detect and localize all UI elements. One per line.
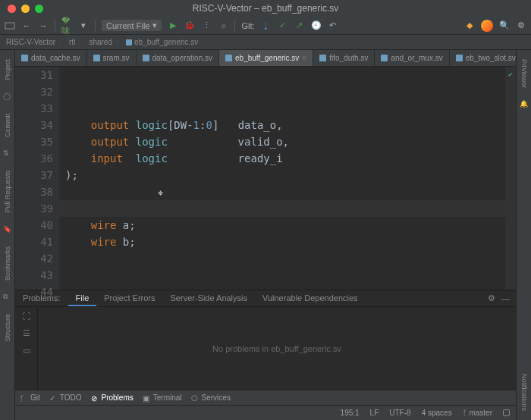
code-area[interactable]: output logic[DW-1:0] data_o, output logi… (59, 67, 505, 290)
code-line[interactable]: output logic valid_o, (59, 133, 505, 150)
back-icon[interactable]: ← (21, 20, 32, 31)
code-line[interactable]: ); (59, 167, 505, 183)
code-line[interactable] (59, 250, 505, 267)
breadcrumb-item[interactable]: rtl (69, 38, 75, 46)
problems-tab[interactable]: File (68, 290, 97, 306)
problems-tab[interactable]: Vulnerable Dependencies (255, 290, 366, 306)
breadcrumb-item[interactable]: eb_buff_generic.sv (126, 38, 198, 46)
line-number[interactable]: 43 (29, 267, 53, 284)
line-number[interactable]: 36 (29, 150, 53, 167)
window-zoom-icon[interactable] (35, 5, 43, 13)
collapse-icon[interactable]: ▭ (23, 346, 30, 356)
status-indent[interactable]: 4 spaces (422, 409, 452, 417)
search-icon[interactable]: 🔍 (499, 20, 510, 31)
chevron-down-icon[interactable]: ▾ (78, 20, 89, 31)
code-line[interactable] (59, 183, 505, 200)
line-number[interactable]: 35 (29, 133, 53, 150)
commit-icon[interactable]: ◯ (3, 92, 12, 102)
bottom-tab-services[interactable]: ⎔Services (191, 393, 231, 402)
problems-tab[interactable]: Server-Side Analysis (163, 290, 256, 306)
user-avatar[interactable] (481, 20, 493, 32)
git-history-icon[interactable]: 🕘 (311, 20, 322, 31)
line-number[interactable]: 44 (29, 284, 53, 300)
editor-tab[interactable]: data_cache.sv (15, 50, 87, 66)
stop-icon[interactable]: ■ (218, 20, 228, 31)
bottom-tab-git[interactable]: ᚶGit (20, 393, 40, 402)
line-number[interactable]: 34 (29, 117, 53, 133)
gear-icon[interactable]: ⚙ (488, 293, 495, 303)
line-number[interactable]: 32 (29, 83, 53, 100)
status-branch[interactable]: ᚶ master (463, 409, 492, 417)
window-close-icon[interactable] (8, 5, 16, 13)
inspection-gutter[interactable]: ✔ (505, 67, 516, 290)
tool-tab-structure[interactable]: Structure (4, 311, 11, 345)
editor-tab[interactable]: fifo_duth.sv (313, 50, 375, 66)
code-line[interactable]: input logic ready_i (59, 150, 505, 167)
problems-tab[interactable]: Project Errors (96, 290, 162, 306)
file-icon (143, 55, 149, 61)
hide-icon[interactable]: — (501, 294, 510, 303)
code-line[interactable]: wire a; (59, 217, 505, 234)
bookmarks-icon[interactable]: 🔖 (3, 225, 12, 234)
tool-tab-bookmarks[interactable]: Bookmarks (4, 243, 11, 284)
git-push-icon[interactable]: ↗ (294, 20, 305, 31)
tool-tab-notifications[interactable]: Notifications (520, 371, 528, 414)
code-line[interactable] (59, 200, 505, 217)
code-with-me-icon[interactable]: ◆ (464, 20, 475, 31)
more-run-icon[interactable]: ⋮ (201, 20, 212, 31)
bottom-tab-label: Git (30, 393, 40, 402)
debug-icon[interactable]: 🐞 (184, 20, 195, 31)
editor-tab[interactable]: and_or_mux.sv (375, 50, 449, 66)
tool-tab-pull-requests[interactable]: Pull Requests (4, 168, 11, 216)
window-minimize-icon[interactable] (21, 5, 30, 13)
code-line[interactable] (59, 267, 505, 284)
settings-icon[interactable]: ⚙ (516, 20, 526, 31)
lock-icon[interactable] (503, 409, 510, 416)
services-icon: ⎔ (191, 394, 199, 402)
vcs-icon[interactable]: �味 (61, 20, 72, 31)
git-rollback-icon[interactable]: ↶ (328, 20, 338, 31)
expand-icon[interactable]: ⛶ (22, 312, 30, 321)
git-update-icon[interactable]: ⭭ (261, 20, 272, 31)
breadcrumb-item[interactable]: shared (89, 38, 112, 46)
code-line[interactable]: output logic[DW-1:0] data_o, (59, 117, 505, 133)
line-number[interactable]: 42 (29, 250, 53, 267)
line-number[interactable]: 39 (29, 200, 53, 217)
git-commit-icon[interactable]: ✓ (278, 20, 288, 31)
breadcrumb-item[interactable]: RISC-V-Vector (6, 38, 55, 46)
line-number[interactable]: 31 (29, 67, 53, 83)
run-icon[interactable]: ▶ (168, 20, 178, 31)
structure-icon[interactable]: ⧉ (3, 293, 12, 302)
problems-side-toolbar: ⛶ ☰ ▭ (15, 307, 38, 390)
line-number[interactable]: 33 (29, 100, 53, 117)
editor-tab[interactable]: eb_buff_generic.sv × (219, 50, 313, 66)
pull-requests-icon[interactable]: ⇅ (3, 149, 12, 158)
bottom-tab-terminal[interactable]: ▣Terminal (143, 393, 182, 402)
run-config-selector[interactable]: Current File ▾ (102, 20, 162, 31)
editor-tab[interactable]: sram.sv (87, 50, 137, 66)
bottom-tab-problems[interactable]: ⊘Problems (91, 393, 134, 402)
status-line-col[interactable]: 195:1 (341, 409, 360, 417)
status-line-sep[interactable]: LF (370, 409, 379, 417)
project-icon[interactable] (5, 20, 15, 31)
left-tool-strip: Project ◯ Commit ⇅ Pull Requests 🔖 Bookm… (0, 50, 15, 420)
close-icon[interactable]: × (302, 54, 306, 62)
bottom-tab-todo[interactable]: ✓TODO (49, 393, 82, 402)
notifications-icon[interactable]: 🔔 (520, 100, 529, 109)
editor-tab[interactable]: eb_two_slot.sv (450, 50, 516, 66)
code-line[interactable]: wire b; (59, 234, 505, 250)
line-number[interactable]: 40 (29, 217, 53, 234)
line-number[interactable]: 37 (29, 167, 53, 183)
forward-icon[interactable]: → (38, 20, 49, 31)
tool-tab-p4viewer[interactable]: P4Viewer (520, 56, 528, 91)
editor-tab[interactable]: data_operation.sv (137, 50, 220, 66)
tool-tab-project[interactable]: Project (4, 56, 11, 83)
tool-tab-commit[interactable]: Commit (4, 111, 11, 140)
mouse-cursor-icon: ⌖ (158, 185, 163, 202)
line-number[interactable]: 41 (29, 234, 53, 250)
status-encoding[interactable]: UTF-8 (389, 409, 410, 417)
filter-icon[interactable]: ☰ (23, 328, 30, 338)
line-number[interactable]: 38 (29, 183, 53, 200)
code-line[interactable] (59, 284, 505, 290)
code-editor[interactable]: 3132333435363738394041424344 output logi… (15, 67, 516, 290)
